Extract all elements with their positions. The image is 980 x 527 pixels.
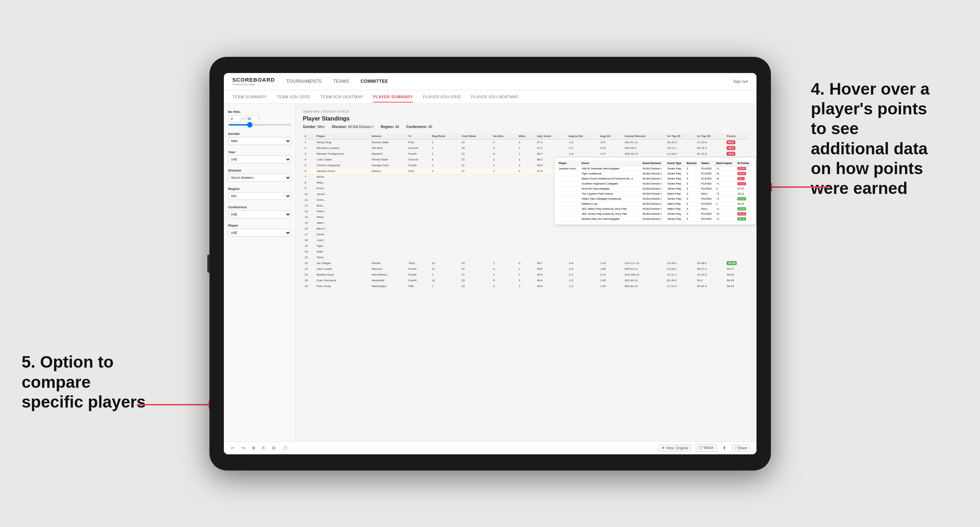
points-cell[interactable]: 58.49 [725,283,749,289]
gender-label: Gender [228,132,291,136]
filter-gender: Gender: Men [303,125,325,129]
tablet-screen: SCOREBOARD Powered by clippi TOURNAMENTS… [224,73,757,454]
points-cell[interactable]: 89.2 [725,139,749,145]
nav-tournaments[interactable]: TOURNAMENTS [286,77,322,85]
page-wrapper: 5. Option to compare specific players 4.… [0,0,980,527]
table-row: 23Jack LundinMissouriFourth11240168.5-2.… [303,266,749,271]
top-nav: SCOREBOARD Powered by clippi TOURNAMENTS… [224,73,757,90]
tooltip-row: Southern Highlands CollegiateNCAA Divisi… [557,181,752,186]
tooltip-row: Amer An IntercollegiateNCAA Division ISt… [557,186,752,191]
points-cell[interactable]: 76.2 [725,145,749,151]
table-header-row: # Player School Yr Reg Rank Conf Rank No… [303,133,749,140]
copy-icon[interactable]: ⎘ [261,445,266,451]
year-section: Year (All) [228,150,291,163]
division-label: Division [228,168,291,172]
gender-select[interactable]: Men Women [228,137,291,145]
col-avg-sg: Avg SG [598,133,623,140]
points-cell[interactable] [725,231,749,237]
logo-area: SCOREBOARD Powered by clippi [232,77,275,86]
tab-player-h2h-grid[interactable]: PLAYER H2H GRID [423,92,461,103]
points-cell[interactable] [725,237,749,243]
points-cell[interactable] [725,254,749,260]
points-cell[interactable]: 73.2 [725,151,749,157]
tooltip-row: Jackson KoivuUNCW Seahawk Intercollegiat… [557,166,752,171]
table-row: 22Ian GilliganFloridaThird10241068.7-0.8… [303,260,749,266]
content-panel: Update time: 27/01/2024 16:56:26 Player … [296,104,757,441]
division-select[interactable]: NCAA Division I NCAA Division II [228,174,291,182]
filter-division: Division: NCAA Division I [332,125,374,129]
year-label: Year [228,150,291,154]
tooltip-col-rounds: Rounds [685,160,700,166]
left-arrow [137,390,216,419]
col-yr: Yr [407,133,430,140]
tooltip-row: The Cypress Point ClassicNCAA Division I… [557,191,752,196]
no-rds-slider[interactable] [228,124,291,125]
points-cell[interactable] [725,225,749,231]
player-select[interactable]: (All) [228,229,291,237]
table-row: 20Mutti [303,249,749,254]
tab-team-h2h-grid[interactable]: TEAM H2H GRID [277,92,310,103]
content-title: Player Standings [303,116,749,122]
nav-committee[interactable]: COMMITTEE [361,77,388,85]
points-cell[interactable]: 60.27 [725,266,749,271]
col-no-rds: No Rds. [491,133,517,140]
tooltip-col-status: Status [700,160,715,166]
update-time: Update time: 27/01/2024 16:56:26 [303,110,749,113]
tab-player-summary[interactable]: PLAYER SUMMARY [373,92,413,103]
nav-teams[interactable]: TEAMS [333,77,349,85]
no-rds-min-input[interactable] [228,115,241,122]
year-select[interactable]: (All) [228,156,291,163]
undo-icon[interactable]: ↩ [230,445,236,451]
tooltip-row: SEC Match Play hosted by Jerry PateNCAA … [557,206,752,211]
main-content: No Rds. – Gender Men Women [224,104,757,441]
table-row: 19Tiger [303,243,749,249]
gender-section: Gender Men Women [228,132,291,145]
region-label: Region [228,187,291,190]
points-cell[interactable] [725,243,749,249]
table-row: 2Michael La SassoOle MissSecond1180167.1… [303,145,749,151]
redo-icon[interactable]: ↪ [240,445,246,451]
clock-icon[interactable]: 🕐 [281,445,289,451]
export-icon[interactable]: ⬆ [721,445,727,451]
watch-button[interactable]: ⓘ Watch [696,444,717,452]
region-section: Region N/A [228,187,291,200]
sign-out-link[interactable]: Sign out [733,79,748,83]
filter-icon[interactable]: ⊟ [270,445,277,451]
grid-icon[interactable]: ⊞ [250,445,257,451]
col-conf-rank: Conf Rank [460,133,491,140]
points-cell[interactable] [725,249,749,254]
col-avg-to-par: Avg to-Par [566,133,598,140]
points-cell[interactable]: 60.02 [725,271,749,277]
tab-team-summary[interactable]: TEAM SUMMARY [232,92,267,103]
filter-region: Region: All [381,125,399,129]
conference-select[interactable]: (All) [228,210,291,218]
col-vs-top25: Vs Top 25 [665,133,695,140]
share-button[interactable]: ⤴ Share [732,444,750,451]
tooltip-col-rank-impact: Rank Impact [715,160,736,166]
left-annotation: 5. Option to compare specific players [22,352,158,412]
points-cell[interactable]: 80.68 [725,260,749,266]
tooltip-col-points: W Points [736,160,752,166]
tooltip-row: Tiger InvitationalNCAA Division IStroke … [557,171,752,176]
region-select[interactable]: N/A [228,192,291,200]
points-tooltip-popup: Player Event Event Division Event Type R… [554,157,756,225]
no-rds-max-input[interactable] [246,115,259,122]
logo-sub: Powered by clippi [232,83,275,86]
sub-nav: TEAM SUMMARY TEAM H2H GRID TEAM H2H HEAT… [224,90,757,104]
table-row: 25Cole SherwoodVanderbiltFourth12230168.… [303,277,749,283]
table-row: 16Alex C. [303,225,749,231]
tab-team-h2h-heatmap[interactable]: TEAM H2H HEATMAP [320,92,363,103]
nav-right: Sign out [733,79,748,83]
view-original-button[interactable]: 👁 View: Original [658,444,691,451]
tab-player-h2h-heatmap[interactable]: PLAYER H2H HEATMAP [471,92,519,103]
filter-conference: Conference: All [406,125,432,129]
col-adj-score: Adj. Score [535,133,566,140]
tooltip-row: Mirabel Maui Jim IntercollegiateNCAA Div… [557,216,752,221]
col-player: Player [315,133,370,140]
tooltip-row: Wake Forest Invitational at Pinehurst No… [557,176,752,181]
col-vs-top50: Vs Top 50 [695,133,725,140]
tablet-frame: SCOREBOARD Powered by clippi TOURNAMENTS… [210,57,771,470]
logo-scoreboard: SCOREBOARD [232,77,275,83]
points-cell[interactable]: 60.95 [725,277,749,283]
tablet-side-button [207,255,210,273]
